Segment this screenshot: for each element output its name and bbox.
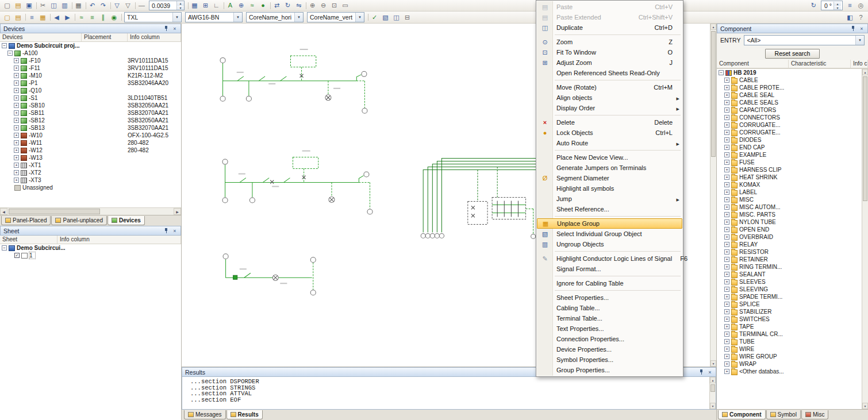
ortho-icon[interactable]: ∟ bbox=[211, 1, 222, 10]
device-tree-row[interactable]: + -XT2 bbox=[0, 169, 181, 176]
separator[interactable] bbox=[24, 13, 26, 22]
entry-filter-combo[interactable]: <All> ▼ bbox=[744, 35, 865, 45]
expander-icon[interactable]: + bbox=[724, 294, 729, 299]
component-tree-row[interactable]: + SWITCHES bbox=[717, 315, 862, 323]
component-tree-row[interactable]: + END CAP bbox=[717, 144, 862, 151]
layers-icon[interactable]: ≡ bbox=[844, 1, 855, 10]
component-tree-row[interactable]: + CABLE PROTE... bbox=[717, 84, 862, 91]
component-tree-row[interactable]: + RELAY bbox=[717, 241, 862, 248]
context-menu-item[interactable]: Ø Segment Diameter bbox=[537, 173, 682, 183]
shield-tool-icon[interactable]: ◉ bbox=[109, 13, 120, 22]
rotate-icon[interactable]: ↻ bbox=[282, 1, 293, 10]
pin-icon[interactable] bbox=[162, 227, 170, 234]
scrollbar-thumb[interactable] bbox=[9, 209, 100, 214]
dock-tab[interactable]: Symbol bbox=[766, 410, 801, 419]
context-menu-item[interactable]: Cabling Table... bbox=[537, 303, 682, 313]
table-icon[interactable]: ▦ bbox=[37, 13, 48, 22]
component-tree-row[interactable]: + DIODES bbox=[717, 136, 862, 144]
junction-icon[interactable]: ● bbox=[258, 1, 268, 10]
context-menu-item[interactable]: Ignore for Cabling Table bbox=[537, 278, 682, 288]
device-tree-row[interactable]: + -F11 3RV10111DA15 bbox=[0, 64, 181, 72]
symbol-icon[interactable]: ⊕ bbox=[236, 1, 247, 10]
expander-icon[interactable]: + bbox=[724, 85, 729, 90]
spinner-arrows[interactable]: ▴▾ bbox=[176, 1, 184, 10]
cable-tool-icon[interactable]: ∥ bbox=[98, 13, 109, 22]
expander-icon[interactable]: + bbox=[14, 95, 19, 101]
expander-icon[interactable]: + bbox=[724, 354, 729, 359]
context-menu-item[interactable]: ⊡ Fit To Window O bbox=[537, 47, 682, 57]
dock-tab[interactable]: Component bbox=[718, 410, 766, 419]
dock-tab[interactable]: Panel-unplaced bbox=[51, 216, 107, 225]
text-icon[interactable]: A bbox=[225, 1, 236, 10]
move-icon[interactable]: ⇄ bbox=[271, 1, 282, 10]
wire-gauge-combo[interactable]: AWG16-BN ▼ bbox=[185, 12, 243, 22]
expander-icon[interactable]: + bbox=[724, 115, 729, 120]
expander-icon[interactable]: + bbox=[14, 58, 19, 63]
expander-icon[interactable]: − bbox=[2, 43, 7, 48]
expander-icon[interactable]: + bbox=[724, 100, 729, 105]
device-tree-row[interactable]: + -W13 bbox=[0, 154, 181, 161]
expander-icon[interactable]: + bbox=[724, 145, 729, 150]
component-tree-row[interactable]: + WIRE GROUP bbox=[717, 353, 862, 360]
chevron-down-icon[interactable]: ▼ bbox=[355, 13, 364, 22]
scroll-up-icon[interactable]: ▲ bbox=[710, 377, 716, 383]
separator[interactable] bbox=[48, 13, 51, 22]
column-component[interactable]: Component bbox=[717, 60, 789, 68]
close-icon[interactable]: × bbox=[858, 25, 866, 32]
column-info[interactable]: Info column bbox=[128, 33, 181, 41]
column-devices[interactable]: Devices bbox=[0, 33, 82, 41]
context-menu-item[interactable]: Sheet Reference... bbox=[537, 204, 682, 214]
bus-tool-icon[interactable]: ≡ bbox=[87, 13, 98, 22]
scrollbar-thumb[interactable] bbox=[710, 384, 715, 392]
sheet-tree-row[interactable]: ✓ 1 bbox=[0, 252, 181, 259]
scroll-up-icon[interactable]: ▲ bbox=[710, 24, 716, 30]
pin-icon[interactable] bbox=[162, 25, 170, 32]
expander-icon[interactable]: − bbox=[2, 245, 7, 251]
component-tree-row[interactable]: + TUBE bbox=[717, 338, 862, 345]
expander-icon[interactable]: + bbox=[14, 118, 19, 123]
column-info[interactable]: Info c bbox=[851, 60, 868, 68]
component-tree-row[interactable]: + TERMINAL CR... bbox=[717, 330, 862, 338]
context-menu-item[interactable]: Signal Format... bbox=[537, 264, 682, 274]
expander-icon[interactable]: + bbox=[724, 339, 729, 344]
expander-icon[interactable]: + bbox=[14, 133, 19, 138]
expander-icon[interactable]: + bbox=[14, 88, 19, 93]
separator[interactable] bbox=[366, 13, 369, 22]
expander-icon[interactable]: + bbox=[14, 178, 19, 183]
context-menu-item[interactable]: ⊙ Zoom Z bbox=[537, 37, 682, 47]
component-tree-row[interactable]: + RING TERMIN... bbox=[717, 263, 862, 271]
context-menu-item[interactable]: ⊞ Adjust Zoom J bbox=[537, 57, 682, 68]
component-tree-row[interactable]: + CONNECTORS bbox=[717, 114, 862, 121]
device-tree-row[interactable]: + -W12 280-482 bbox=[0, 147, 181, 154]
context-menu-item[interactable]: Terminal Table... bbox=[537, 313, 682, 323]
component-tree-row[interactable]: + WRAP bbox=[717, 360, 862, 368]
component-tree-row[interactable]: + RESISTOR bbox=[717, 248, 862, 256]
context-menu-item[interactable]: Generate Jumpers on Terminals bbox=[537, 163, 682, 173]
pin-icon[interactable] bbox=[849, 25, 857, 32]
separator[interactable] bbox=[304, 1, 307, 10]
chevron-down-icon[interactable]: ▼ bbox=[294, 13, 303, 22]
expander-icon[interactable]: + bbox=[724, 182, 729, 187]
expander-icon[interactable]: + bbox=[724, 279, 729, 284]
scrollbar-thumb[interactable] bbox=[711, 31, 716, 157]
core-name-vert-combo[interactable]: CoreName_vert ▼ bbox=[307, 12, 364, 22]
core-name-hori-combo[interactable]: CoreName_hori ▼ bbox=[246, 12, 304, 22]
context-menu-item[interactable]: ▤ Paste Extended Ctrl+Shift+V bbox=[537, 12, 682, 22]
component-tree-row[interactable]: + OVERBRAID bbox=[717, 233, 862, 241]
component-tree-row[interactable]: − HB 2019 bbox=[717, 69, 862, 76]
dock-tab[interactable]: Results bbox=[226, 410, 263, 419]
dock-icon[interactable]: ◧ bbox=[844, 13, 855, 22]
device-tree-row[interactable]: + -W10 OFX-100-4G2.5 bbox=[0, 132, 181, 139]
expander-icon[interactable]: + bbox=[724, 302, 729, 307]
context-menu-item[interactable]: ◫ Duplicate Ctrl+D bbox=[537, 22, 682, 33]
component-tree-row[interactable]: + SPADE TERMI... bbox=[717, 293, 862, 300]
component-tree-row[interactable]: + NYLON TUBE bbox=[717, 218, 862, 226]
context-menu-item[interactable]: Jump bbox=[537, 194, 682, 204]
device-tree-row[interactable]: + -M10 K21R-112-M2 bbox=[0, 72, 181, 79]
mirror-icon[interactable]: ⇋ bbox=[293, 1, 304, 10]
filter-clear-icon[interactable]: ▽ bbox=[122, 1, 133, 10]
dock-tab[interactable]: Panel-Placed bbox=[1, 216, 51, 225]
context-menu-item[interactable]: Align objects bbox=[537, 93, 682, 103]
scroll-down-icon[interactable]: ▼ bbox=[710, 360, 716, 367]
expander-icon[interactable] bbox=[7, 253, 13, 258]
